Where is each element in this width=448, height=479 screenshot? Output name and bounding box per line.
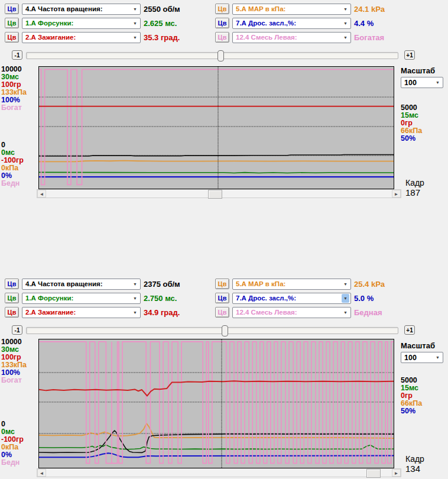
frame-forward-button[interactable]: +1: [404, 325, 415, 335]
channel-select-label: 12.4 Смесь Левая:: [236, 34, 342, 41]
frame-counter-label: Кадр: [405, 454, 424, 464]
scale-select[interactable]: 100 ▼: [401, 352, 443, 363]
channel-select[interactable]: 1.А Форсунки: ▼: [22, 18, 141, 29]
channel-select[interactable]: 2.А Зажигание: ▼: [22, 307, 141, 318]
channel-select-label: 1.А Форсунки:: [25, 20, 131, 27]
color-picker-button[interactable]: Цв: [215, 18, 229, 28]
channel-select[interactable]: 4.А Частота вращения: ▼: [22, 4, 141, 15]
channel-row: Цв 12.4 Смесь Левая: ▼ Богатая: [215, 31, 384, 43]
frame-back-button[interactable]: -1: [12, 325, 22, 335]
scale-title: Масштаб: [401, 66, 435, 75]
channel-select-focused[interactable]: 7.А Дрос. засл.,%: ▼: [232, 293, 351, 304]
chevron-down-icon: ▼: [131, 294, 139, 303]
channel-value: 5.0 %: [354, 294, 374, 303]
color-picker-button[interactable]: Цв: [5, 293, 19, 303]
color-picker-button[interactable]: Цв: [5, 279, 19, 289]
channel-select-label: 2.А Зажигание:: [25, 34, 131, 41]
channel-select-label: 1.А Форсунки:: [25, 294, 131, 302]
axis-label: 50%: [401, 407, 447, 415]
channel-select[interactable]: 5.А МАР в кПа: ▼: [232, 4, 351, 15]
axis-min-labels: 0 0мс -100гр 0кПа 0% Бедн: [1, 420, 38, 467]
frame-trackbar[interactable]: [26, 327, 398, 334]
scroll-right-icon[interactable]: ►: [392, 190, 401, 198]
channel-row: Цв 12.4 Смесь Левая: ▼ Бедная: [215, 306, 382, 318]
scope-panel-bottom: Цв 4.А Частота вращения: ▼ 2375 об/м Цв …: [0, 275, 448, 479]
chevron-down-icon: ▼: [342, 33, 349, 42]
channel-select-label: 5.А МАР в кПа:: [236, 5, 342, 12]
channel-select[interactable]: 7.А Дрос. засл.,%: ▼: [232, 18, 351, 29]
channel-select[interactable]: 1.А Форсунки: ▼: [22, 293, 141, 304]
channel-row: Цв 2.А Зажигание: ▼ 35.3 град.: [5, 31, 180, 43]
color-picker-button[interactable]: Цв: [5, 307, 19, 318]
channel-select-label: 5.А МАР в кПа:: [236, 280, 342, 287]
trackbar-thumb[interactable]: [217, 50, 224, 62]
channel-select-label: 7.А Дрос. засл.,%:: [236, 294, 342, 302]
channel-row: Цв 7.А Дрос. засл.,%: ▼ 4.4 %: [215, 17, 374, 29]
scroll-left-icon[interactable]: ◄: [37, 469, 46, 477]
channel-select[interactable]: 2.А Зажигание: ▼: [22, 32, 141, 43]
frame-forward-button[interactable]: +1: [404, 50, 415, 60]
axis-max-labels: 10000 30мс 100гр 133кПа 100% Богат: [1, 66, 38, 112]
color-picker-button[interactable]: Цв: [215, 279, 229, 289]
chevron-down-icon: ▼: [131, 33, 139, 42]
axis-label: Бедн: [1, 180, 38, 187]
scale-select-value: 100: [404, 79, 434, 87]
channel-value: 25.4 kPa: [354, 280, 385, 289]
color-picker-button[interactable]: Цв: [215, 307, 229, 318]
chevron-down-icon: ▼: [342, 5, 349, 14]
chart-scrollbar[interactable]: ◄ ►: [37, 468, 401, 477]
channel-select-label: 4.А Частота вращения:: [25, 280, 131, 287]
channel-value: 2550 об/м: [144, 5, 180, 14]
frame-back-button[interactable]: -1: [12, 50, 22, 60]
channel-row: Цв 7.А Дрос. засл.,%: ▼ 5.0 %: [215, 292, 374, 304]
chevron-down-icon: ▼: [131, 19, 139, 28]
scrollbar-thumb[interactable]: [366, 469, 381, 478]
chevron-down-icon: ▼: [131, 308, 139, 317]
oscilloscope-chart[interactable]: [38, 66, 394, 189]
channel-row: Цв 2.А Зажигание: ▼ 34.9 град.: [5, 306, 180, 318]
chevron-down-icon: ▼: [342, 294, 349, 303]
color-picker-button[interactable]: Цв: [215, 32, 229, 43]
chevron-down-icon: ▼: [434, 78, 441, 87]
channel-select-label: 7.А Дрос. засл.,%:: [236, 20, 342, 27]
scale-select[interactable]: 100 ▼: [401, 77, 443, 88]
channel-value: 2.625 мс.: [144, 19, 177, 28]
channel-value: 2375 об/м: [144, 280, 180, 289]
frame-counter-value: 134: [405, 464, 420, 474]
channel-select[interactable]: 12.4 Смесь Левая: ▼: [232, 32, 351, 43]
channel-value: 34.9 град.: [144, 308, 180, 317]
scroll-right-icon[interactable]: ►: [392, 469, 401, 477]
channel-select[interactable]: 5.А МАР в кПа: ▼: [232, 279, 351, 290]
channel-select[interactable]: 4.А Частота вращения: ▼: [22, 279, 141, 290]
frame-counter-value: 187: [405, 187, 420, 198]
color-picker-button[interactable]: Цв: [215, 293, 229, 303]
trackbar-thumb[interactable]: [222, 325, 228, 336]
color-picker-button[interactable]: Цв: [5, 32, 19, 43]
chart-scrollbar[interactable]: ◄ ►: [37, 189, 401, 198]
channel-select-label: 2.А Зажигание:: [25, 309, 131, 316]
scrollbar-thumb[interactable]: [208, 190, 222, 199]
channel-select[interactable]: 12.4 Смесь Левая: ▼: [232, 307, 351, 318]
axis-label: Богат: [1, 104, 38, 112]
axis-max-labels: 10000 30мс 100гр 133кПа 100% Богат: [1, 338, 38, 384]
axis-label: 50%: [401, 135, 447, 143]
color-picker-button[interactable]: Цв: [5, 18, 19, 28]
scroll-left-icon[interactable]: ◄: [37, 190, 46, 198]
color-picker-button[interactable]: Цв: [5, 4, 19, 14]
channel-value: 4.4 %: [354, 19, 374, 28]
channel-value: Богатая: [354, 33, 384, 42]
channel-value: 24.1 kPa: [354, 5, 385, 14]
axis-mid-labels: 5000 15мс 0гр 66кПа 50%: [401, 104, 447, 143]
scope-panel-top: Цв 4.А Частота вращения: ▼ 2550 об/м Цв …: [0, 0, 448, 204]
channel-row: Цв 1.А Форсунки: ▼ 2.625 мс.: [5, 17, 177, 29]
chart-canvas[interactable]: [39, 339, 394, 468]
color-picker-button[interactable]: Цв: [215, 4, 229, 14]
chart-canvas[interactable]: [39, 67, 394, 189]
frame-trackbar[interactable]: [26, 52, 398, 59]
axis-mid-labels: 5000 15мс 0гр 66кПа 50%: [401, 377, 447, 415]
channel-select-label: 12.4 Смесь Левая:: [236, 309, 342, 316]
chevron-down-icon: ▼: [131, 5, 139, 14]
oscilloscope-chart[interactable]: [38, 339, 394, 468]
diagnostic-scope-app: Цв 4.А Частота вращения: ▼ 2550 об/м Цв …: [0, 0, 448, 479]
channel-select-label: 4.А Частота вращения:: [25, 5, 131, 12]
